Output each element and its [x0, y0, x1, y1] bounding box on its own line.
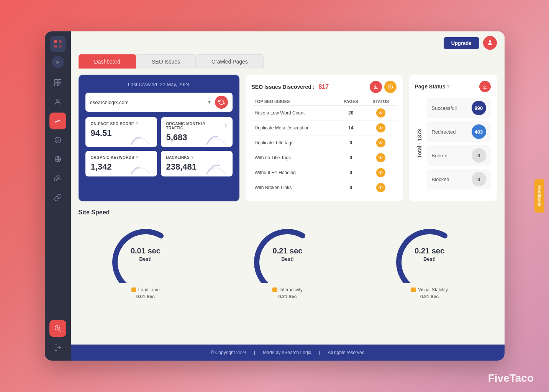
- table-row: Without H1 Heading 0 👁: [252, 165, 397, 180]
- sidebar-item-logout[interactable]: [49, 339, 66, 356]
- sidebar-item-finance[interactable]: [49, 132, 66, 149]
- upgrade-button[interactable]: Upgrade: [444, 37, 479, 49]
- legend-item: Load Time: [131, 287, 160, 292]
- seo-issues-header: SEO Issues Discovered : 817: [252, 81, 397, 93]
- footer-rights: All rights reserved: [328, 350, 364, 355]
- sidebar-item-dashboard[interactable]: [49, 74, 66, 91]
- feedback-tab[interactable]: Feedback: [534, 179, 544, 212]
- svg-rect-7: [58, 83, 61, 86]
- seo-issues-count: 817: [318, 83, 329, 90]
- gauge-svg: 0.01 sec Best!: [107, 222, 184, 283]
- legend-value: 0.21 Sec: [420, 294, 439, 299]
- legend-value: 0.01 Sec: [136, 294, 155, 299]
- status-rows-container: Total - 1373 Successfull 890 Redirected …: [415, 98, 491, 189]
- seo-download-button[interactable]: [370, 81, 382, 93]
- tab-dashboard[interactable]: Dashboard: [79, 54, 136, 69]
- svg-rect-2: [54, 45, 57, 48]
- col-pages: PAGES: [336, 98, 365, 106]
- metric-organic-keywords: ORGANIC KEYWORDS ? 1,342: [85, 151, 157, 176]
- issue-status[interactable]: 👁: [365, 165, 396, 180]
- issue-pages: 0: [336, 136, 365, 150]
- metric-backlinks-label: BACKLINKS ?: [166, 155, 227, 160]
- status-item-count: 0: [472, 172, 486, 186]
- issue-status[interactable]: 👁: [365, 180, 396, 195]
- help-icon-traffic: ?: [225, 124, 227, 128]
- page-status-title: Page Status ?: [415, 83, 450, 90]
- page-status-panel: Page Status ? Total - 1373 Successfull 8…: [409, 75, 497, 201]
- footer-made-by: Made by eSearch Logix: [263, 350, 311, 355]
- issue-status[interactable]: 👁: [365, 150, 396, 165]
- sidebar-item-attachments[interactable]: [49, 170, 66, 187]
- issue-name: Duplicate Meta Description: [252, 121, 337, 136]
- site-speed-section: Site Speed 0.01 sec Best! Load Time: [79, 209, 497, 299]
- table-row: With Broken Links 0 👁: [252, 180, 397, 195]
- status-items: Successfull 890 Redirected 483 Broken 0 …: [427, 98, 491, 189]
- total-label: Total - 1373: [415, 98, 424, 189]
- svg-rect-5: [58, 80, 61, 83]
- table-row: With no Title Tags 0 👁: [252, 150, 397, 165]
- seo-filter-button[interactable]: [384, 81, 397, 93]
- sidebar-collapse-button[interactable]: »: [52, 56, 64, 68]
- status-item-label: Successfull: [432, 105, 457, 111]
- status-item: Redirected 483: [427, 121, 491, 142]
- table-row: Duplicate Title tags 0 👁: [252, 136, 397, 150]
- metric-monthly-traffic: ORGANIC MONTHLY TRAFFIC ? 5,683: [161, 117, 233, 147]
- site-speed-title: Site Speed: [79, 209, 497, 216]
- gauge-value: 0.01 sec: [131, 247, 161, 255]
- metric-keywords-label: ORGANIC KEYWORDS ?: [91, 155, 152, 160]
- crawl-refresh-button[interactable]: [215, 96, 228, 109]
- metrics-grid: ON-PAGE SEO SCORE ? 94.51 ORGANIC MONTHL…: [85, 117, 233, 176]
- seo-issues-table: TOP SEO ISSUES PAGES STATUS Have a Low W…: [252, 98, 397, 195]
- sidebar-item-analytics[interactable]: [49, 113, 66, 129]
- gauge-container: 0.21 sec Best! Interactivity 0.21 Sec: [249, 222, 326, 299]
- footer: © Copyright 2024 | Made by eSearch Logix…: [71, 345, 505, 361]
- issue-name: With Broken Links: [252, 180, 337, 195]
- sidebar-item-users[interactable]: [49, 93, 66, 110]
- seo-issues-panel: SEO Issues Discovered : 817: [246, 75, 403, 201]
- issue-name: Without H1 Heading: [252, 165, 337, 180]
- app-logo: [50, 36, 66, 52]
- issue-status[interactable]: 👁: [365, 121, 396, 136]
- metric-on-page-label: ON-PAGE SEO SCORE ?: [91, 122, 152, 126]
- metric-backlinks: BACKLINKS ? 238,481: [161, 151, 233, 176]
- footer-separator1: |: [254, 350, 255, 355]
- dropdown-arrow-icon: ▼: [207, 100, 212, 105]
- legend-item: Interactivity: [272, 287, 303, 292]
- svg-point-8: [56, 99, 59, 102]
- tab-seo-issues[interactable]: SEO Issues: [136, 54, 196, 69]
- table-row: Duplicate Meta Description 14 👁: [252, 121, 397, 136]
- sidebar-item-links[interactable]: [49, 189, 66, 206]
- issue-pages: 0: [336, 180, 365, 195]
- sidebar-item-global[interactable]: [49, 151, 66, 168]
- sidebar-item-seo[interactable]: [49, 320, 66, 337]
- crawl-panel: Last Crawled :22 May, 2024 esearchlogix.…: [79, 75, 239, 201]
- legend-dot-icon: [131, 287, 136, 292]
- brand-watermark: FiveTaco: [488, 372, 534, 384]
- gauge-legend: Load Time 0.01 Sec: [131, 287, 160, 299]
- legend-label: Visual Stability: [418, 287, 448, 292]
- status-item-label: Redirected: [432, 129, 456, 135]
- gauge-label: Best!: [423, 256, 436, 262]
- gauge-value: 0.21 sec: [273, 247, 303, 255]
- issue-status[interactable]: 👁: [365, 136, 396, 150]
- user-avatar[interactable]: [483, 36, 497, 50]
- gauge-legend: Visual Stability 0.21 Sec: [411, 287, 448, 299]
- domain-row[interactable]: esearchlogix.com ▼: [85, 93, 233, 112]
- legend-label: Interactivity: [279, 287, 303, 292]
- gauge-container: 0.21 sec Best! Visual Stability 0.21 Sec: [391, 222, 468, 299]
- issue-status[interactable]: 👁: [365, 106, 396, 121]
- page-status-download-button[interactable]: [479, 81, 491, 92]
- issue-pages: 0: [336, 165, 365, 180]
- status-item: Broken 0: [427, 145, 491, 166]
- svg-rect-4: [54, 80, 57, 83]
- issue-name: With no Title Tags: [252, 150, 337, 165]
- status-item-count: 483: [472, 124, 486, 139]
- gauge-center-text: 0.01 sec Best!: [131, 247, 161, 262]
- help-icon-pagestatus: ?: [447, 84, 450, 89]
- main-content: Last Crawled :22 May, 2024 esearchlogix.…: [71, 75, 505, 345]
- table-row: Have a Low Word Count 20 👁: [252, 106, 397, 121]
- col-issue: TOP SEO ISSUES: [252, 98, 337, 106]
- gauges-row: 0.01 sec Best! Load Time 0.01 Sec 0.21 s…: [79, 222, 497, 299]
- tab-crawled-pages[interactable]: Crawled Pages: [196, 54, 264, 69]
- legend-dot-icon: [411, 287, 416, 292]
